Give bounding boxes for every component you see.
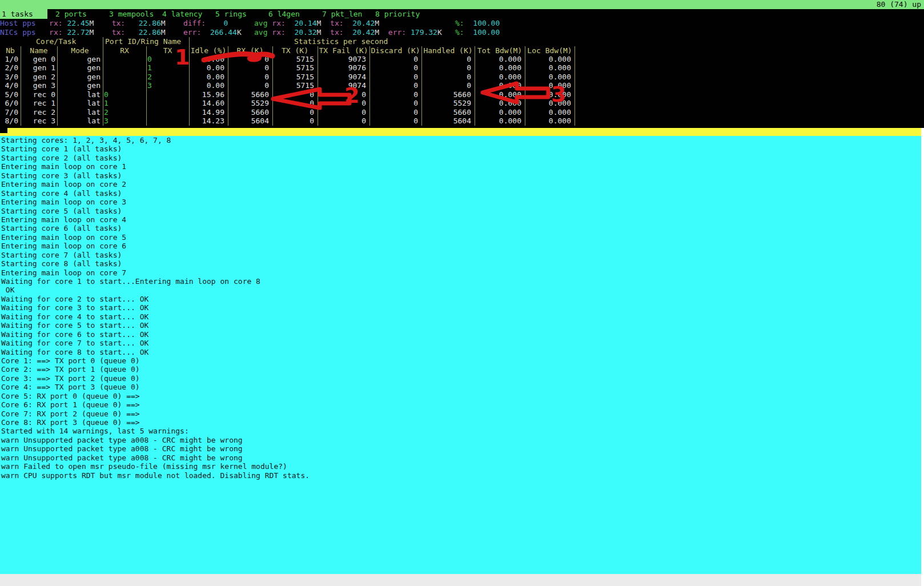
tab-latency[interactable]: 4 latency [160,9,202,19]
stat-segment: tx: [330,28,343,37]
log-line: warn Unsupported packet type a008 - CRC … [1,444,921,453]
table-cell: 5715 [272,55,314,63]
table-cell: 0 [228,55,269,63]
log-line: Waiting for core 3 to start... OK [1,303,921,312]
table-cell: 0.000 [525,73,571,81]
table-cell: 0 [318,117,366,125]
table-cell: 4/0 [0,81,18,90]
stat-segment [321,19,330,27]
tab-ports[interactable]: 2 ports [54,9,87,19]
log-line: Starting core 7 (all tasks) [1,251,921,259]
table-cell: 0.000 [475,81,521,90]
column-header: RX (K) [228,46,272,55]
table-cell: 0 [272,108,314,117]
tab-rings[interactable]: 5 rings [214,9,247,19]
table-cell: gen 1 [21,63,55,72]
table-cell: 0.000 [475,99,521,107]
log-line: Starting core 4 (all tasks) [1,189,921,198]
column-header: TX (K) [272,46,318,55]
stat-segment: %: [455,28,464,37]
table-cell: 2 [146,73,189,81]
table-cell: 8/0 [0,117,18,125]
log-line: Started with 14 warnings, last 5 warning… [1,427,921,435]
table-cell: 0 [369,81,418,90]
stat-segment: 179.32 [411,28,437,37]
table-cell: 0 [421,73,471,81]
log-line: Entering main loop on core 7 [1,268,921,277]
tab-mempools[interactable]: 3 mempools [107,9,154,19]
stat-segment [344,28,353,37]
log-line: Starting core 2 (all tasks) [1,154,921,162]
stat-segment [464,28,473,37]
log-line: Entering main loop on core 1 [1,162,921,171]
tab-pkt_len[interactable]: 7 pkt_len [320,9,362,19]
stat-block: %: 100.00 [455,28,500,37]
stat-segment: NICs pps [0,28,36,37]
table-cell: 2/0 [0,63,18,72]
stat-segment: tx: [330,19,343,27]
stat-segment: 20.32 [294,28,316,37]
stat-block: NICs pps rx: 22.72M tx: 22.86M err: 266.… [0,28,242,37]
table-cell: 3 [103,117,146,125]
table-cell: gen 3 [21,81,55,90]
table-cell: 14.60 [189,99,224,107]
table-cell: gen [57,73,101,81]
stat-segment: 100.00 [473,28,500,37]
log-line: Core 4: ==> TX port 3 (queue 0) [1,383,921,391]
table-cell: 1 [103,99,146,107]
log-line: warn Unsupported packet type a008 - CRC … [1,453,921,462]
stat-segment: 22.72 [67,28,89,37]
column-header: Idle (%) [189,46,228,55]
stat-segment: 0 [223,19,228,27]
log-area: Starting cores: 1, 2, 3, 4, 5, 6, 7, 8St… [0,136,921,574]
tab-label: 2 ports [54,9,87,19]
tab-priority[interactable]: 8 priority [373,9,420,19]
tab-tasks[interactable]: 1 tasks [0,9,47,19]
stat-segment [94,28,111,37]
nics-pps-row: NICs pps rx: 22.72M tx: 22.86M err: 266.… [0,28,924,37]
stat-segment [125,19,138,27]
table-cell: 5604 [228,117,269,125]
table-cell: 0.000 [475,55,521,63]
log-line: Core 3: ==> TX port 2 (queue 0) [1,374,921,383]
column-header: TX [146,46,189,55]
log-line: Core 7: RX port 2 (queue 0) ==> [1,410,921,418]
prox-terminal: prox v0.39: Basic Gen x4 80 (74) up 1 ta… [0,0,924,586]
table-cell: rec 0 [21,90,55,99]
table-cell: 0 [228,81,269,90]
tab-bar: 1 tasks2 ports3 mempools4 latency5 rings… [0,9,924,19]
table-cell: 0 [369,90,418,99]
table-cell: 0.000 [475,90,521,99]
stat-segment [406,28,411,37]
stat-segment [166,28,183,37]
stat-segment: M [375,19,379,27]
table-cell: 0.000 [525,90,571,99]
table-group-header: Core/Task [36,37,76,46]
table-cell: 14.23 [189,117,224,125]
table-separator [189,37,190,46]
table-cell: 5715 [272,81,314,90]
stat-segment: 20.14 [294,19,316,27]
table-cell: 9076 [318,63,366,72]
table-cell: 0 [318,108,366,117]
stat-block: Host pps rx: 22.45M tx: 22.86M diff: 0 [0,19,228,28]
stat-block: avg rx: 20.32M tx: 20.42M err: 179.32K [254,28,442,37]
stat-segment: tx: [112,28,125,37]
column-header: RX [103,46,146,55]
stat-segment: rx: [272,28,285,37]
log-line: Core 2: ==> TX port 1 (queue 0) [1,365,921,374]
log-line: OK [1,286,921,294]
log-line: Waiting for core 4 to start... OK [1,312,921,321]
table-cell: 0 [272,99,314,107]
stat-segment: tx: [112,19,125,27]
table-group-header: Statistics per second [294,37,388,46]
table-cell: 0.000 [525,81,571,90]
table-cell: 0 [369,55,418,63]
table-cell: 2 [103,108,146,117]
table-cell: 5604 [421,117,471,125]
tab-label: 5 rings [214,9,247,19]
stat-segment: 22.86 [139,28,161,37]
log-line: Entering main loop on core 5 [1,233,921,242]
stat-segment: 22.86 [139,19,161,27]
tab-l4gen[interactable]: 6 l4gen [267,9,300,19]
